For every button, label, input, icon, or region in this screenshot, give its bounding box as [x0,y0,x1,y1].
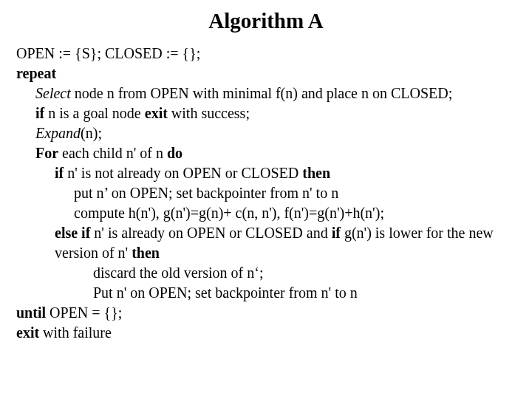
algo-line: if n is a goal node exit with success; [16,103,516,123]
keyword-until: until [16,304,46,321]
keyword-else-if: else if [55,225,90,241]
algo-line: OPEN := {S}; CLOSED := {}; [16,44,516,64]
text: with failure [39,324,112,341]
algo-line: until OPEN = {}; [16,303,516,323]
keyword-exit: exit [145,105,168,121]
keyword-exit: exit [16,324,39,341]
text: compute h(n'), g(n')=g(n)+ c(n, n'), f(n… [74,205,384,221]
keyword-if: if [332,225,341,241]
keyword-repeat: repeat [16,65,56,81]
algo-line: else if n' is already on OPEN or CLOSED … [16,223,516,263]
keyword-if: if [55,165,64,181]
algo-line: Select node n from OPEN with minimal f(n… [16,83,516,103]
text: (n); [81,125,102,141]
keyword-if: if [35,105,44,121]
keyword-expand: Expand [35,125,81,141]
algo-line: compute h(n'), g(n')=g(n)+ c(n, n'), f(n… [16,203,516,223]
text: n' is already on OPEN or CLOSED and [90,225,331,241]
algo-line: repeat [16,64,516,83]
text: OPEN = {}; [46,304,122,321]
keyword-then: then [132,245,160,261]
text: with success; [168,105,250,121]
text: n' is not already on OPEN or CLOSED [64,165,302,181]
keyword-for: For [35,145,58,161]
algorithm-page: Algorithm A OPEN := {S}; CLOSED := {}; r… [0,0,532,343]
text: OPEN := {S}; CLOSED := {}; [16,45,200,61]
text: n is a goal node [44,105,145,121]
algo-line: if n' is not already on OPEN or CLOSED t… [16,163,516,183]
text: put n’ on OPEN; set backpointer from n' … [74,185,338,201]
text: Put n' on OPEN; set backpointer from n' … [93,284,358,301]
page-title: Algorithm A [16,9,516,33]
algo-line: put n’ on OPEN; set backpointer from n' … [16,183,516,203]
keyword-select: Select [35,85,71,101]
algorithm-body: OPEN := {S}; CLOSED := {}; repeat Select… [16,44,516,343]
text: discard the old version of n‘; [93,265,264,281]
algo-line: exit with failure [16,323,516,343]
text: each child n' of n [58,145,167,161]
algo-line: For each child n' of n do [16,143,516,163]
text: node n from OPEN with minimal f(n) and p… [71,85,453,101]
keyword-then: then [302,165,330,181]
algo-line: discard the old version of n‘; [16,263,516,283]
algo-line: Put n' on OPEN; set backpointer from n' … [16,283,516,303]
algo-line: Expand(n); [16,123,516,143]
keyword-do: do [167,145,183,161]
